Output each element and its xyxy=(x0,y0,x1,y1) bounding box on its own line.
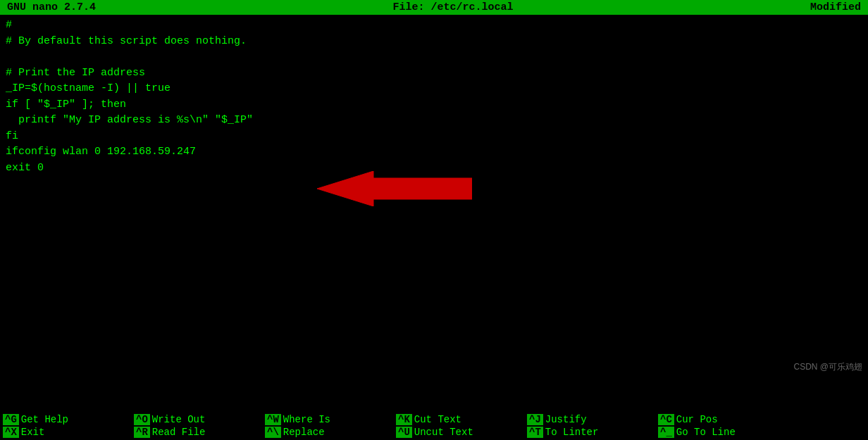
shortcut-key: ^R xyxy=(134,427,150,438)
shortcut-row-1: ^GGet Help^OWrite Out^WWhere Is^KCut Tex… xyxy=(0,413,868,426)
shortcut-label: Cut Text xyxy=(414,414,461,425)
editor-line xyxy=(6,208,862,224)
editor-line xyxy=(6,239,862,256)
shortcut-label: Replace xyxy=(283,427,325,438)
shortcut-item[interactable]: ^UUncut Text xyxy=(396,427,523,438)
shortcut-label: Where Is xyxy=(283,414,330,425)
editor-line: # Print the IP address xyxy=(6,65,862,82)
title-file: File: /etc/rc.local xyxy=(392,1,513,13)
shortcut-item[interactable]: ^_Go To Line xyxy=(658,427,785,438)
shortcut-item[interactable]: ^TTo Linter xyxy=(527,427,654,438)
editor-line: ifconfig wlan 0 192.168.59.247 xyxy=(6,144,862,161)
editor-line: _IP=$(hostname -I) || true xyxy=(6,81,862,97)
editor-line xyxy=(6,303,862,319)
editor-line xyxy=(6,192,862,208)
shortcut-row-2: ^XExit^RRead File^\Replace^UUncut Text^T… xyxy=(0,426,868,439)
shortcut-key: ^\ xyxy=(265,427,281,438)
editor-line: if [ "$_IP" ]; then xyxy=(6,97,862,113)
editor-line xyxy=(6,49,862,65)
shortcut-label: Cur Pos xyxy=(676,414,718,425)
editor-line: exit 0 xyxy=(6,161,862,177)
shortcut-key: ^C xyxy=(658,414,674,425)
editor-line xyxy=(6,256,862,272)
title-status: Modified xyxy=(810,1,861,13)
shortcut-label: Exit xyxy=(21,427,45,438)
shortcut-key: ^W xyxy=(265,414,281,425)
editor-line: # By default this script does nothing. xyxy=(6,34,862,50)
shortcut-item[interactable]: ^OWrite Out xyxy=(134,414,261,425)
editor-line xyxy=(6,287,862,303)
shortcut-item[interactable]: ^WWhere Is xyxy=(265,414,392,425)
shortcut-label: Uncut Text xyxy=(414,427,473,438)
shortcut-label: Get Help xyxy=(21,414,68,425)
shortcut-key: ^T xyxy=(527,427,543,438)
shortcut-label: Justify xyxy=(545,414,587,425)
shortcut-key: ^J xyxy=(527,414,543,425)
shortcut-key: ^O xyxy=(134,414,150,425)
terminal-window: GNU nano 2.7.4 File: /etc/rc.local Modif… xyxy=(0,0,868,440)
shortcuts-bar: ^GGet Help^OWrite Out^WWhere Is^KCut Tex… xyxy=(0,412,868,440)
editor-line: fi xyxy=(6,129,862,145)
shortcut-label: Read File xyxy=(152,427,206,438)
editor-line xyxy=(6,224,862,240)
shortcut-key: ^K xyxy=(396,414,412,425)
shortcut-key: ^_ xyxy=(658,427,674,438)
editor-content: ## By default this script does nothing. … xyxy=(6,18,862,319)
shortcut-item[interactable]: ^\Replace xyxy=(265,427,392,438)
shortcut-item[interactable]: ^KCut Text xyxy=(396,414,523,425)
shortcut-item[interactable]: ^CCur Pos xyxy=(658,414,785,425)
shortcut-item[interactable]: ^JJustify xyxy=(527,414,654,425)
editor-line xyxy=(6,176,862,192)
shortcut-label: To Linter xyxy=(545,427,599,438)
shortcut-item[interactable]: ^GGet Help xyxy=(3,414,130,425)
editor-line: # xyxy=(6,18,862,34)
watermark: CSDN @可乐鸡翅 xyxy=(793,361,862,373)
title-bar: GNU nano 2.7.4 File: /etc/rc.local Modif… xyxy=(0,0,868,15)
editor-area[interactable]: ## By default this script does nothing. … xyxy=(0,15,868,412)
shortcut-item[interactable]: ^XExit xyxy=(3,427,130,438)
editor-line: printf "My IP address is %s\n" "$_IP" xyxy=(6,113,862,129)
shortcut-label: Go To Line xyxy=(676,427,736,438)
shortcut-key: ^U xyxy=(396,427,412,438)
shortcut-item[interactable]: ^RRead File xyxy=(134,427,261,438)
editor-line xyxy=(6,271,862,287)
shortcut-label: Write Out xyxy=(152,414,206,425)
shortcut-key: ^G xyxy=(3,414,19,425)
title-app: GNU nano 2.7.4 xyxy=(7,1,96,13)
shortcut-key: ^X xyxy=(3,427,19,438)
